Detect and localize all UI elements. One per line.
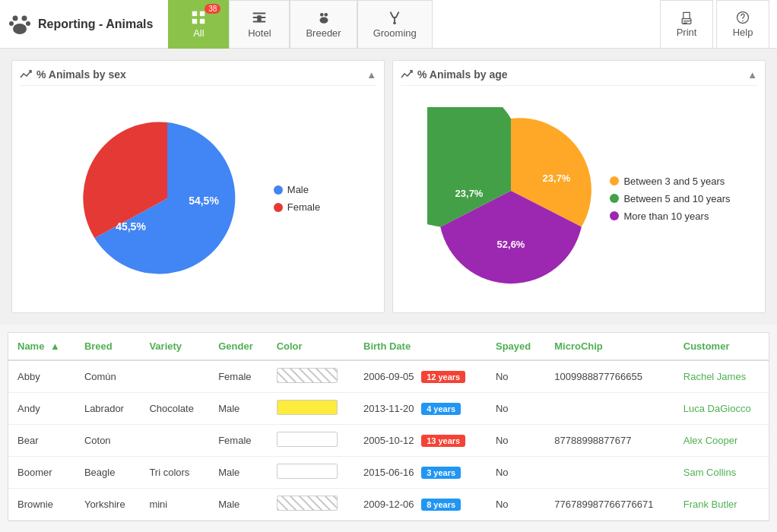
animals-table-section: Name ▲ Breed Variety Gender Color Birth … bbox=[8, 332, 769, 521]
cell-spayed: No bbox=[487, 393, 545, 425]
print-button[interactable]: Print bbox=[660, 0, 713, 49]
age-badge: 3 years bbox=[421, 467, 461, 479]
cell-customer: Rachel James bbox=[674, 360, 769, 393]
cell-variety bbox=[140, 425, 209, 457]
cell-microchip bbox=[545, 393, 674, 425]
svg-point-19 bbox=[742, 21, 744, 22]
grooming-icon bbox=[386, 9, 403, 26]
animals-table: Name ▲ Breed Variety Gender Color Birth … bbox=[8, 333, 769, 521]
svg-rect-5 bbox=[192, 11, 197, 16]
app-title: Reporting - Animals bbox=[38, 17, 153, 31]
svg-text:45,5%: 45,5% bbox=[116, 220, 146, 233]
cell-spayed: No bbox=[487, 360, 545, 393]
print-label: Print bbox=[677, 27, 697, 38]
legend-female: Female bbox=[274, 201, 320, 213]
table-row: Brownie Yorkshire mini Male 2009-12-06 8… bbox=[8, 489, 769, 521]
breeder-icon bbox=[316, 9, 332, 26]
tab-hotel[interactable]: Hotel bbox=[229, 0, 290, 49]
color-swatch bbox=[277, 400, 338, 415]
customer-link[interactable]: Rachel James bbox=[683, 371, 746, 382]
cell-variety: Chocolate bbox=[140, 393, 209, 425]
paw-icon bbox=[8, 12, 32, 36]
svg-point-17 bbox=[690, 20, 691, 21]
chart-age-title: % Animals by age bbox=[401, 68, 508, 81]
legend-10plus: More than 10 years bbox=[610, 211, 730, 222]
svg-text:54,5%: 54,5% bbox=[189, 195, 219, 207]
col-microchip[interactable]: MicroChip bbox=[545, 333, 674, 360]
sex-legend: Male Female bbox=[274, 184, 320, 213]
svg-point-4 bbox=[13, 24, 27, 34]
legend-5-10: Between 5 and 10 years bbox=[610, 193, 730, 204]
customer-link[interactable]: Frank Butler bbox=[683, 499, 737, 510]
legend-male-dot bbox=[274, 185, 283, 195]
col-customer[interactable]: Customer bbox=[674, 333, 769, 360]
cell-name: Brownie bbox=[8, 489, 75, 521]
tab-breeder[interactable]: Breeder bbox=[290, 0, 357, 49]
cell-birthdate: 2015-06-16 3 years bbox=[354, 457, 487, 489]
cell-gender: Male bbox=[209, 489, 267, 521]
nav-tabs: 38 All Hotel Breeder Grooming bbox=[168, 0, 432, 49]
customer-link[interactable]: Sam Collins bbox=[683, 467, 736, 478]
age-badge: 8 years bbox=[421, 499, 461, 511]
cell-breed: Yorkshire bbox=[75, 489, 140, 521]
chart-sex-title: % Animals by sex bbox=[20, 68, 126, 81]
col-spayed[interactable]: Spayed bbox=[487, 333, 545, 360]
svg-rect-15 bbox=[683, 21, 690, 21]
cell-customer: Sam Collins bbox=[674, 457, 769, 489]
sex-pie-chart: 54,5% 45,5% bbox=[76, 107, 258, 290]
cell-customer: Alex Cooper bbox=[674, 425, 769, 457]
svg-text:23,7%: 23,7% bbox=[543, 173, 571, 184]
cell-gender: Female bbox=[209, 360, 267, 393]
table-body: Abby Común Female 2006-09-05 12 years No… bbox=[8, 360, 769, 521]
color-swatch bbox=[277, 496, 338, 511]
cell-color bbox=[268, 393, 354, 425]
svg-point-13 bbox=[393, 22, 396, 25]
cell-color bbox=[268, 425, 354, 457]
help-button[interactable]: Help bbox=[716, 0, 769, 49]
cell-gender: Female bbox=[209, 425, 267, 457]
help-label: Help bbox=[733, 27, 753, 38]
tab-all-label: All bbox=[193, 27, 204, 39]
customer-link[interactable]: Alex Cooper bbox=[683, 435, 738, 446]
tab-all-badge: 38 bbox=[205, 4, 220, 14]
all-icon bbox=[190, 9, 207, 26]
customer-link[interactable]: Luca DaGiocco bbox=[683, 403, 751, 414]
cell-microchip: 87788998877677 bbox=[545, 425, 674, 457]
cell-breed: Beagle bbox=[75, 457, 140, 489]
tab-all[interactable]: 38 All bbox=[168, 0, 229, 49]
col-gender[interactable]: Gender bbox=[209, 333, 267, 360]
col-variety[interactable]: Variety bbox=[140, 333, 209, 360]
svg-point-0 bbox=[13, 15, 18, 21]
cell-birthdate: 2005-10-12 13 years bbox=[354, 425, 487, 457]
legend-3-5-dot bbox=[610, 176, 619, 185]
chart-age-collapse[interactable]: ▲ bbox=[747, 69, 757, 81]
svg-rect-16 bbox=[683, 23, 687, 24]
svg-point-2 bbox=[9, 21, 14, 26]
col-breed[interactable]: Breed bbox=[75, 333, 140, 360]
tab-grooming[interactable]: Grooming bbox=[357, 0, 433, 49]
charts-row: % Animals by sex ▲ 54,5% 45,5% Male bbox=[0, 49, 777, 325]
table-row: Andy Labrador Chocolate Male 2013-11-20 … bbox=[8, 393, 769, 425]
chart-age-body: 23,7% 23,7% 52,6% Between 3 and 5 years … bbox=[401, 92, 757, 305]
trend-icon bbox=[20, 68, 32, 81]
cell-spayed: No bbox=[487, 457, 545, 489]
age-badge: 4 years bbox=[421, 403, 461, 415]
age-badge: 12 years bbox=[421, 371, 465, 383]
app-header: Reporting - Animals 38 All Hotel Breeder bbox=[0, 0, 777, 49]
cell-birthdate: 2009-12-06 8 years bbox=[354, 489, 487, 521]
sort-arrow-name: ▲ bbox=[50, 340, 60, 352]
legend-female-dot bbox=[274, 203, 283, 212]
legend-male: Male bbox=[274, 184, 320, 195]
cell-breed: Coton bbox=[75, 425, 140, 457]
legend-10plus-dot bbox=[610, 211, 619, 220]
chart-sex-collapse[interactable]: ▲ bbox=[366, 69, 376, 81]
cell-name: Bear bbox=[8, 425, 75, 457]
header-actions: Print Help bbox=[660, 0, 769, 49]
col-birthdate[interactable]: Birth Date bbox=[354, 333, 487, 360]
col-color[interactable]: Color bbox=[268, 333, 354, 360]
cell-customer: Luca DaGiocco bbox=[674, 393, 769, 425]
color-swatch bbox=[277, 368, 338, 383]
col-name[interactable]: Name ▲ bbox=[8, 333, 75, 360]
cell-variety: Tri colors bbox=[140, 457, 209, 489]
svg-text:23,7%: 23,7% bbox=[455, 188, 484, 199]
